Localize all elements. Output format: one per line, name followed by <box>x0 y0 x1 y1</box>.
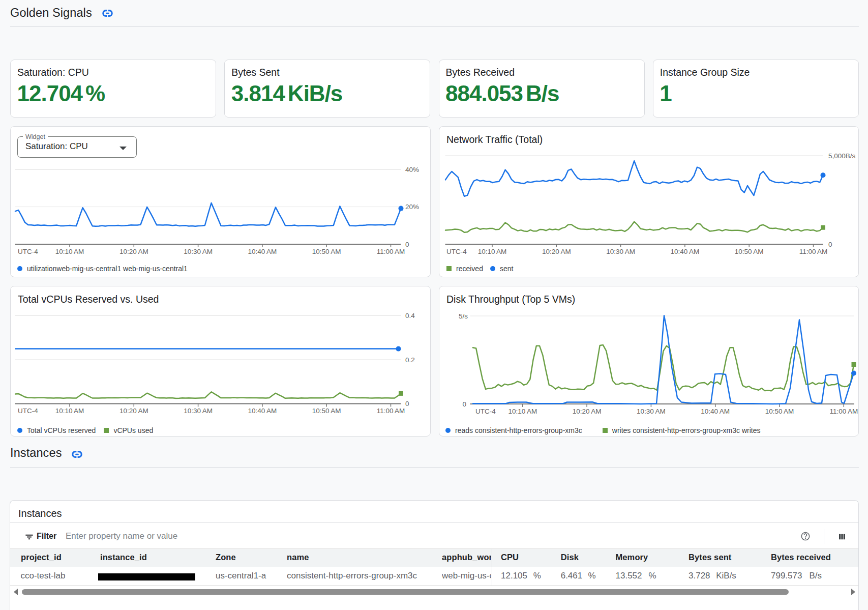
svg-text:10:20 AM: 10:20 AM <box>119 248 148 255</box>
svg-text:10:10 AM: 10:10 AM <box>55 407 84 415</box>
svg-text:10:40 AM: 10:40 AM <box>701 408 730 415</box>
svg-text:20%: 20% <box>405 203 419 211</box>
svg-text:0: 0 <box>405 400 409 408</box>
svg-text:10:30 AM: 10:30 AM <box>184 248 213 255</box>
svg-text:UTC-4: UTC-4 <box>475 408 496 415</box>
svg-text:11:00 AM: 11:00 AM <box>377 248 405 255</box>
svg-text:10:50 AM: 10:50 AM <box>312 407 341 415</box>
svg-text:10:30 AM: 10:30 AM <box>606 248 635 255</box>
svg-text:10:50 AM: 10:50 AM <box>312 248 341 255</box>
svg-text:11:00 AM: 11:00 AM <box>799 248 828 255</box>
svg-text:UTC-4: UTC-4 <box>18 248 38 255</box>
svg-text:10:40 AM: 10:40 AM <box>248 407 277 415</box>
svg-text:10:30 AM: 10:30 AM <box>184 407 213 415</box>
svg-text:10:20 AM: 10:20 AM <box>542 248 571 255</box>
svg-text:0: 0 <box>828 241 832 248</box>
svg-text:10:50 AM: 10:50 AM <box>735 248 764 255</box>
svg-text:10:50 AM: 10:50 AM <box>765 408 794 415</box>
svg-text:UTC-4: UTC-4 <box>446 248 467 255</box>
svg-text:11:00 AM: 11:00 AM <box>829 408 858 415</box>
svg-text:0: 0 <box>405 241 409 248</box>
svg-text:10:40 AM: 10:40 AM <box>671 248 700 255</box>
svg-text:10:20 AM: 10:20 AM <box>119 407 148 415</box>
svg-text:5,000B/s: 5,000B/s <box>828 152 856 160</box>
svg-text:0: 0 <box>462 400 466 408</box>
svg-text:40%: 40% <box>405 166 419 173</box>
svg-text:10:10 AM: 10:10 AM <box>55 248 84 255</box>
svg-text:10:30 AM: 10:30 AM <box>637 408 666 415</box>
svg-text:10:10 AM: 10:10 AM <box>508 408 537 415</box>
svg-text:10:10 AM: 10:10 AM <box>478 248 507 255</box>
svg-text:10:40 AM: 10:40 AM <box>248 248 277 255</box>
svg-text:0.4: 0.4 <box>405 312 415 319</box>
svg-text:UTC-4: UTC-4 <box>18 407 38 415</box>
svg-text:11:00 AM: 11:00 AM <box>377 407 405 415</box>
svg-text:0.2: 0.2 <box>405 356 415 364</box>
svg-text:10:20 AM: 10:20 AM <box>573 408 602 415</box>
svg-text:5/s: 5/s <box>459 312 468 320</box>
